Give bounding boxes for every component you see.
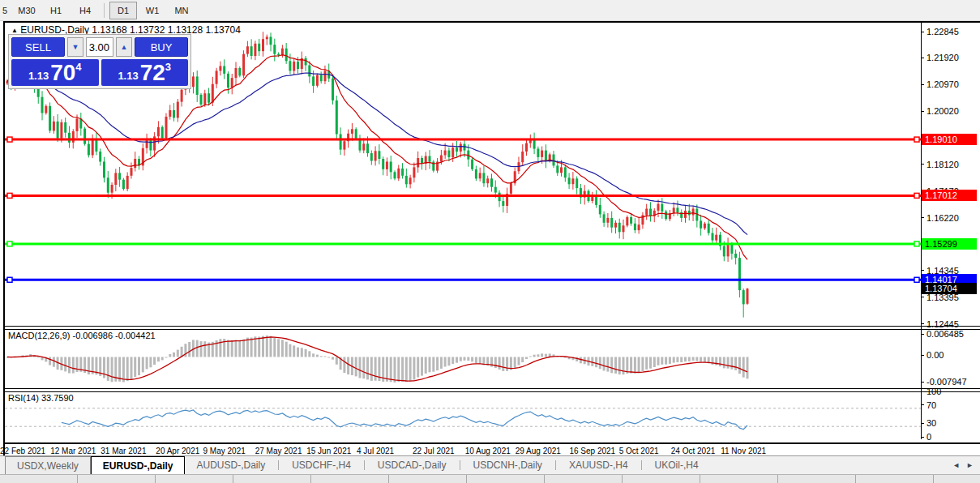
buy-price-prefix: 1.13: [118, 70, 138, 82]
ma-slow-line: [7, 73, 747, 235]
date-tick-label: 9 May 2021: [196, 447, 253, 455]
macd-label: MACD(12,26,9) -0.006986 -0.004421: [8, 331, 156, 340]
chart-tab-ukoil-h4[interactable]: UKOil-,H4: [644, 456, 710, 474]
chart-tab-eurusd-daily[interactable]: EURUSD-,Daily: [91, 456, 186, 474]
sell-price-prefix: 1.13: [28, 70, 49, 82]
chart-tab-usdx-weekly[interactable]: USDX,Weekly: [5, 456, 91, 474]
macd-panel[interactable]: MACD(12,26,9) -0.006986 -0.004421: [5, 330, 980, 388]
date-tick-label: 31 Mar 2021: [95, 447, 152, 455]
date-tick-label: 10 Aug 2021: [460, 447, 516, 455]
date-tick-label: 12 Mar 2021: [45, 447, 101, 455]
date-tick-label: 22 Feb 2021: [0, 447, 51, 455]
tab-separator: [364, 460, 365, 470]
chart-tab-audusd-daily[interactable]: AUDUSD-,Daily: [185, 456, 276, 474]
timeframe-button-h4[interactable]: H4: [71, 2, 99, 19]
macd-histogram: [6, 336, 749, 383]
volume-input[interactable]: [86, 37, 113, 57]
symbol-marker-icon: ▲: [11, 27, 18, 34]
tab-separator: [555, 460, 556, 470]
chart-tab-usdcad-daily[interactable]: USDCAD-,Daily: [366, 456, 458, 474]
timeframe-button-m5[interactable]: 5: [0, 2, 11, 19]
level-line[interactable]: [5, 193, 921, 198]
date-tick-label: 5 Oct 2021: [610, 447, 667, 455]
level-line[interactable]: [5, 242, 921, 246]
rsi-chart[interactable]: [5, 392, 921, 442]
date-tick-label: 27 May 2021: [250, 447, 307, 455]
chart-tab-bar: USDX,WeeklyEURUSD-,DailyAUDUSD-,DailyUSD…: [0, 456, 980, 474]
mt4-window: 5 M30 H1 H4 D1 W1 MN ▲ EURUSD-,Daily 1.1…: [0, 0, 980, 483]
tabs-scroll-left-icon[interactable]: ◄: [952, 461, 960, 469]
chart-window: ▲ EURUSD-,Daily 1.13168 1.13732 1.13128 …: [3, 21, 980, 457]
date-tick-label: 24 Oct 2021: [665, 447, 721, 455]
chart-tab-xauusd-h4[interactable]: XAUUSD-,H4: [558, 456, 640, 474]
sell-price-box[interactable]: 1.13 70 4: [11, 59, 99, 86]
sell-button[interactable]: SELL: [11, 37, 65, 57]
tab-separator: [641, 460, 642, 470]
sell-price-pip: 4: [75, 61, 81, 73]
level-line[interactable]: [5, 137, 921, 142]
volume-increase-button[interactable]: ▲: [116, 37, 132, 57]
chart-tab-usdcnh-daily[interactable]: USDCNH-,Daily: [462, 456, 554, 474]
one-click-trade-panel: SELL ▼ ▲ BUY 1.13 70: [8, 34, 191, 89]
tabs-scroll-right-icon[interactable]: ►: [966, 461, 974, 469]
toolbar-separator: [104, 3, 105, 18]
macd-signal-line: [7, 337, 747, 381]
horizontal-scrollbar[interactable]: [0, 474, 980, 483]
timeframe-button-d1[interactable]: D1: [109, 2, 137, 19]
buy-button[interactable]: BUY: [135, 37, 188, 57]
timeframe-button-mn[interactable]: MN: [168, 2, 195, 19]
date-tick-label: 29 Aug 2021: [510, 447, 567, 455]
date-tick-label: 4 Jul 2021: [347, 447, 404, 455]
tab-scroll-buttons: ◄ ►: [952, 456, 980, 474]
chart-tab-usdchf-h4[interactable]: USDCHF-,H4: [280, 456, 362, 474]
spinner-down-icon: ▼: [72, 43, 79, 51]
spinner-up-icon: ▲: [121, 43, 128, 51]
buy-price-pip: 3: [165, 61, 171, 73]
price-axis-border: [921, 23, 922, 439]
buy-price-digits: 72: [140, 62, 165, 84]
level-line[interactable]: [5, 277, 921, 282]
sell-price-digits: 70: [50, 62, 75, 84]
volume-decrease-button[interactable]: ▼: [67, 37, 83, 57]
tab-separator: [460, 460, 460, 470]
main-price-chart[interactable]: ▲ EURUSD-,Daily 1.13168 1.13732 1.13128 …: [5, 23, 980, 326]
tab-separator: [278, 460, 279, 470]
timeframe-button-h1[interactable]: H1: [42, 2, 70, 19]
buy-price-box[interactable]: 1.13 72 3: [101, 59, 189, 86]
timeframe-button-m30[interactable]: M30: [13, 2, 41, 19]
date-tick-label: 22 Jul 2021: [405, 447, 462, 455]
rsi-label: RSI(14) 33.7590: [8, 393, 74, 403]
date-tick-label: 11 Nov 2021: [715, 447, 772, 455]
timeframe-toolbar: 5 M30 H1 H4 D1 W1 MN: [0, 0, 980, 21]
timeframe-button-w1[interactable]: W1: [139, 2, 166, 19]
rsi-panel[interactable]: RSI(14) 33.7590: [5, 392, 980, 442]
